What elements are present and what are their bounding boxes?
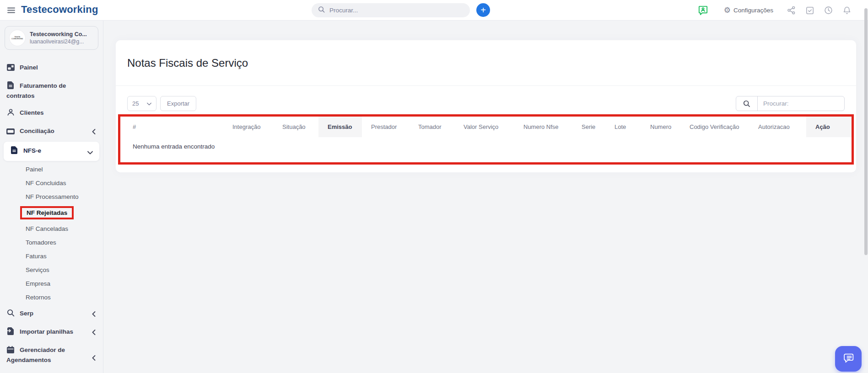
nfse-submenu: Painel NF Concluidas NF Processamento NF… [6, 162, 97, 304]
global-search [312, 3, 470, 17]
empty-state-message: Nenhuma entrada encontrado [120, 137, 852, 163]
gear-icon: ⚙ [724, 6, 731, 14]
column-header-tomador[interactable]: Tomador [409, 117, 454, 137]
table-header-row: # Integração Situação Emissão Prestador … [120, 117, 852, 137]
app-logo[interactable]: Testecoworking [21, 4, 98, 16]
sidebar-item-conciliacao[interactable]: Conciliação [6, 123, 97, 141]
search-icon [318, 6, 325, 15]
tasks-icon[interactable] [806, 6, 814, 15]
chevron-left-icon [92, 128, 96, 137]
table-search-input[interactable] [758, 100, 844, 107]
user-profile-card[interactable]: TESTE COWORKING Testecoworking Co... lua… [5, 26, 98, 50]
sidebar-item-faturamento-de-contratos[interactable]: Faturamento de contratos [6, 77, 97, 104]
global-search-input[interactable] [329, 7, 464, 14]
settings-button[interactable]: ⚙ Configurações [724, 6, 773, 14]
chevron-left-icon [92, 329, 96, 337]
column-header-codigo-verificacao[interactable]: Codigo Verificação [680, 117, 749, 137]
column-header-prestador[interactable]: Prestador [362, 117, 409, 137]
chat-bubble-icon [842, 352, 855, 366]
sidebar-item-geracao-futura[interactable]: Geração futura [6, 368, 97, 373]
user-name: Testecoworking Co... [30, 31, 87, 37]
user-email: luanaoliveirasi24@g... [30, 38, 87, 45]
search-icon [736, 96, 758, 111]
card-icon [6, 128, 15, 137]
table-search [736, 96, 845, 111]
chevron-down-icon [147, 100, 151, 107]
column-header-acao[interactable]: Ação [806, 117, 852, 137]
dashboard-icon [6, 64, 15, 73]
sidebar-subitem-painel[interactable]: Painel [6, 162, 97, 176]
column-header-serie[interactable]: Serie [572, 117, 605, 137]
user-icon [6, 108, 15, 118]
sidebar-menu: Painel Faturamento de contratos Clientes… [0, 52, 103, 373]
add-button[interactable]: + [476, 3, 490, 17]
sidebar-subitem-tomadores[interactable]: Tomadores [6, 235, 97, 249]
divider [116, 85, 856, 86]
column-header-integracao[interactable]: Integração [223, 117, 273, 137]
hamburger-menu-icon[interactable] [7, 7, 15, 15]
chat-widget-button[interactable] [835, 346, 862, 372]
sidebar-item-serp[interactable]: Serp [6, 305, 97, 323]
avatar: TESTE COWORKING [10, 30, 25, 46]
column-header-autorizacao[interactable]: Autorizacao [749, 117, 806, 137]
column-header-id[interactable]: # [120, 117, 223, 137]
page-title: Notas Fiscais de Serviço [116, 40, 856, 69]
column-header-emissao[interactable]: Emissão [318, 117, 362, 137]
history-clock-icon[interactable] [824, 6, 833, 15]
chevron-left-icon [92, 354, 96, 363]
sidebar-subitem-nf-processamento[interactable]: NF Processamento [6, 190, 97, 203]
annotation-box-nf-rejeitadas: NF Rejeitadas [20, 206, 74, 219]
content-card: Notas Fiscais de Serviço 25 Exportar [116, 40, 856, 172]
page-size-select[interactable]: 25 [127, 96, 156, 111]
sidebar: TESTE COWORKING Testecoworking Co... lua… [0, 21, 103, 373]
scrollbar-thumb[interactable] [864, 8, 868, 255]
sidebar-subitem-nf-rejeitadas[interactable]: NF Rejeitadas [6, 203, 97, 222]
nfs-table: # Integração Situação Emissão Prestador … [120, 117, 852, 163]
share-icon[interactable] [787, 6, 796, 15]
sidebar-subitem-faturas[interactable]: Faturas [6, 249, 97, 263]
sidebar-item-painel[interactable]: Painel [6, 59, 97, 77]
column-header-numero[interactable]: Numero [641, 117, 680, 137]
column-header-numero-nfse[interactable]: Numero Nfse [514, 117, 572, 137]
top-navbar: Testecoworking + ⚙ Configurações [0, 0, 868, 21]
search-icon [6, 309, 15, 319]
export-button[interactable]: Exportar [160, 96, 196, 111]
table-empty-row: Nenhuma entrada encontrado [120, 137, 852, 163]
chevron-down-icon [87, 148, 93, 157]
sidebar-item-nfse[interactable]: NFS-e [4, 142, 99, 161]
navbar-actions: ⚙ Configurações [698, 0, 851, 21]
sidebar-subitem-retornos[interactable]: Retornos [6, 290, 97, 304]
annotation-box-table: # Integração Situação Emissão Prestador … [118, 114, 854, 165]
sidebar-item-clientes[interactable]: Clientes [6, 104, 97, 123]
import-icon [6, 327, 15, 337]
settings-label: Configurações [733, 7, 773, 14]
column-header-situacao[interactable]: Situação [273, 117, 318, 137]
file-icon [10, 146, 18, 156]
sidebar-subitem-servicos[interactable]: Serviços [6, 263, 97, 277]
notifications-bell-icon[interactable] [843, 6, 851, 15]
calendar-icon [6, 346, 15, 356]
chevron-left-icon [92, 310, 96, 319]
sidebar-subitem-nf-concluidas[interactable]: NF Concluidas [6, 176, 97, 190]
invoice-icon [6, 81, 15, 91]
sidebar-subitem-nf-canceladas[interactable]: NF Canceladas [6, 222, 97, 235]
page-scrollbar [864, 0, 868, 373]
table-toolbar: 25 Exportar [127, 96, 845, 111]
support-chat-icon[interactable] [698, 5, 708, 16]
sidebar-item-importar-planilhas[interactable]: Importar planilhas [6, 323, 97, 341]
column-header-lote[interactable]: Lote [605, 117, 641, 137]
sidebar-item-gerenciador-de-agendamentos[interactable]: Gerenciador de Agendamentos [6, 341, 97, 368]
column-header-valor-servico[interactable]: Valor Serviço [454, 117, 514, 137]
sidebar-subitem-empresa[interactable]: Empresa [6, 277, 97, 290]
